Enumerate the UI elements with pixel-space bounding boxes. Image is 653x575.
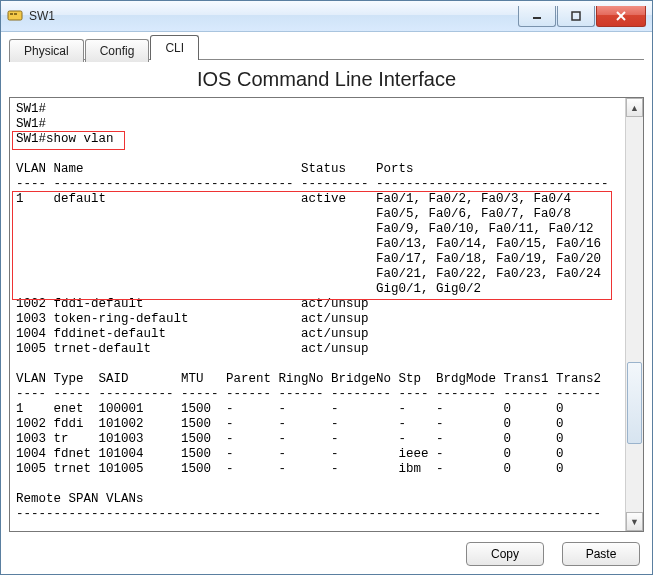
tab-config[interactable]: Config bbox=[85, 39, 150, 62]
window-title: SW1 bbox=[29, 9, 518, 23]
chevron-up-icon: ▲ bbox=[630, 103, 639, 113]
cli-line: Fa0/5, Fa0/6, Fa0/7, Fa0/8 bbox=[16, 207, 571, 221]
cli-line: 1005 trnet-default act/unsup bbox=[16, 342, 369, 356]
app-icon bbox=[7, 8, 23, 24]
cli-line: ---- ----- ---------- ----- ------ -----… bbox=[16, 387, 601, 401]
scrollbar: ▲ ▼ bbox=[625, 98, 643, 531]
cli-line: SW1# bbox=[16, 102, 46, 116]
panel-title: IOS Command Line Interface bbox=[9, 68, 644, 91]
scroll-track[interactable] bbox=[626, 117, 643, 512]
tab-physical[interactable]: Physical bbox=[9, 39, 84, 62]
svg-rect-0 bbox=[8, 11, 22, 20]
window-buttons bbox=[518, 6, 646, 27]
cli-line: VLAN Type SAID MTU Parent RingNo BridgeN… bbox=[16, 372, 601, 386]
cli-line: 1005 trnet 101005 1500 - - - ibm - 0 0 bbox=[16, 462, 564, 476]
minimize-button[interactable] bbox=[518, 6, 556, 27]
cli-line: Fa0/21, Fa0/22, Fa0/23, Fa0/24 bbox=[16, 267, 601, 281]
chevron-down-icon: ▼ bbox=[630, 517, 639, 527]
cli-line: Fa0/9, Fa0/10, Fa0/11, Fa0/12 bbox=[16, 222, 594, 236]
paste-button[interactable]: Paste bbox=[562, 542, 640, 566]
scroll-thumb[interactable] bbox=[627, 362, 642, 444]
cli-line: Remote SPAN VLANs bbox=[16, 492, 144, 506]
cli-line: ----------------------------------------… bbox=[16, 507, 601, 521]
tab-cli[interactable]: CLI bbox=[150, 35, 199, 60]
cli-line: 1004 fddinet-default act/unsup bbox=[16, 327, 369, 341]
cli-line: 1002 fddi-default act/unsup bbox=[16, 297, 369, 311]
window-body: Physical Config CLI IOS Command Line Int… bbox=[1, 32, 652, 574]
cli-output[interactable]: SW1# SW1# SW1#show vlan VLAN Name Status… bbox=[10, 98, 625, 531]
cli-line: 1 default active Fa0/1, Fa0/2, Fa0/3, Fa… bbox=[16, 192, 571, 206]
svg-rect-4 bbox=[572, 12, 580, 20]
svg-line-6 bbox=[617, 12, 625, 20]
footer-buttons: Copy Paste bbox=[9, 532, 644, 566]
svg-line-5 bbox=[617, 12, 625, 20]
cli-line: SW1# bbox=[16, 117, 46, 131]
cli-line: 1003 token-ring-default act/unsup bbox=[16, 312, 369, 326]
cli-line: Fa0/17, Fa0/18, Fa0/19, Fa0/20 bbox=[16, 252, 601, 266]
close-button[interactable] bbox=[596, 6, 646, 27]
console-wrap: SW1# SW1# SW1#show vlan VLAN Name Status… bbox=[9, 97, 644, 566]
svg-rect-2 bbox=[14, 13, 17, 15]
copy-button[interactable]: Copy bbox=[466, 542, 544, 566]
cli-line: VLAN Name Status Ports bbox=[16, 162, 414, 176]
cli-line: 1 enet 100001 1500 - - - - - 0 0 bbox=[16, 402, 564, 416]
titlebar: SW1 bbox=[1, 1, 652, 32]
maximize-button[interactable] bbox=[557, 6, 595, 27]
cli-line: Fa0/13, Fa0/14, Fa0/15, Fa0/16 bbox=[16, 237, 601, 251]
cli-line: 1002 fddi 101002 1500 - - - - - 0 0 bbox=[16, 417, 564, 431]
cli-line: 1004 fdnet 101004 1500 - - - ieee - 0 0 bbox=[16, 447, 564, 461]
scroll-up-button[interactable]: ▲ bbox=[626, 98, 643, 117]
tabstrip: Physical Config CLI bbox=[9, 36, 644, 60]
console-outer: SW1# SW1# SW1#show vlan VLAN Name Status… bbox=[9, 97, 644, 532]
cli-line: Gig0/1, Gig0/2 bbox=[16, 282, 481, 296]
app-window: SW1 Physical Config CLI IOS Command Line… bbox=[0, 0, 653, 575]
cli-line: SW1#show vlan bbox=[16, 132, 114, 146]
scroll-down-button[interactable]: ▼ bbox=[626, 512, 643, 531]
cli-line: ---- -------------------------------- --… bbox=[16, 177, 609, 191]
cli-line: 1003 tr 101003 1500 - - - - - 0 0 bbox=[16, 432, 564, 446]
svg-rect-1 bbox=[10, 13, 13, 15]
